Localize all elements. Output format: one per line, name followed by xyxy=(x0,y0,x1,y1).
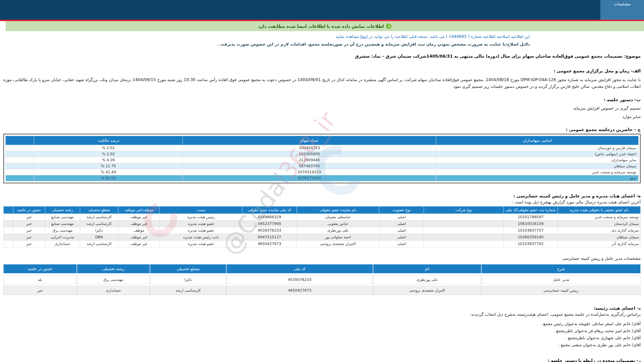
col-field: رشته تحصیلی xyxy=(45,206,80,214)
table-cell xyxy=(4,214,13,221)
table-cell: 4539376233 xyxy=(243,227,297,234)
table-cell: 0047215127 xyxy=(243,234,297,241)
col-national-code: کد ملی xyxy=(226,264,373,274)
agenda-item-1: تصمیم گیری در خصوص افزایش سرمایه xyxy=(3,106,641,111)
col-blank xyxy=(4,206,13,214)
table-cell: خیر xyxy=(13,221,45,227)
table-cell: سیمان سپاهان xyxy=(436,163,639,169)
app-header: مشخصات xyxy=(0,0,644,20)
table-cell: اصلی xyxy=(379,227,424,234)
table-cell: علی پورنظری xyxy=(297,227,379,234)
col-membership-type: نوع عضویت xyxy=(379,206,424,214)
table-cell: اصلی xyxy=(379,234,424,241)
table-cell xyxy=(4,221,13,227)
col-description: شرح xyxy=(481,264,641,274)
decisions-section-title: ر- تصمیمات متخذه در رابطه با دستور جلسه … xyxy=(3,358,641,362)
table-cell: % 11.75 xyxy=(34,163,182,169)
total-pct: % 61.52 xyxy=(34,175,182,181)
table-cell xyxy=(424,241,503,247)
table-cell: 4539376233 xyxy=(226,275,373,284)
table-cell: توسعه سرمایه و صنعت غدیر xyxy=(558,214,641,221)
table-cell: علی پورنظری xyxy=(373,275,481,284)
table-cell xyxy=(424,234,503,241)
previous-version-text-post: مشاهده نمایید xyxy=(335,34,361,39)
table-cell: رییس کمیته حسابرسی xyxy=(481,286,641,295)
table-row: سرمایه گذاری دی10103837757اصلیعلی پورنظر… xyxy=(4,227,641,234)
table-cell xyxy=(6,151,34,157)
amendment-reason: دلایل اصلاح:با عنایت به ضرورت مشخص نمودن… xyxy=(0,42,530,47)
table-row: توسعه سرمایه و صنعت غدیر2074319219% 41.4… xyxy=(6,169,639,175)
table-cell xyxy=(424,214,503,221)
table-cell: دکترا xyxy=(150,275,226,284)
table-cell: کارشناسی ارشد xyxy=(80,221,118,227)
table-cell xyxy=(424,227,503,234)
table-cell: کامران معتمدی بروجنی xyxy=(297,241,379,247)
table-cell: % 4.26 xyxy=(34,157,182,163)
table-cell: رئیس هیئت مدیره xyxy=(160,214,243,221)
table-cell: احمد صلواتی پور xyxy=(297,234,379,241)
table-cell: خیر xyxy=(3,286,77,295)
table-cell: اصلی xyxy=(379,241,424,247)
signature-match-banner: i اطلاعات نمایش داده شده با اطلاعات امضا… xyxy=(6,21,644,31)
table-cell xyxy=(4,241,13,247)
col-ownership-pct: درصد مالکیت xyxy=(34,136,182,145)
table-cell: حسابداری xyxy=(77,286,150,295)
table-cell: خیر xyxy=(13,227,45,234)
total-shares: 3076171618 xyxy=(183,175,436,181)
col-company-type: نوع شرکت xyxy=(424,206,503,214)
table-row: سرمایه گذاری آذر10103837742اصلیکامران مع… xyxy=(4,241,641,247)
table-cell: 2074319219 xyxy=(183,169,436,175)
table-cell: دکترا xyxy=(80,227,118,234)
table-cell: کامران معتمدی بروجنی xyxy=(373,286,481,295)
table-cell: کارشناسی ارشد xyxy=(150,286,226,295)
presidium-member: آقای/ خانم علی پور نظری به‌عنوان منشی مج… xyxy=(3,342,641,348)
section-b-title: ب– دستور جلسه : xyxy=(3,97,641,102)
table-cell: مدیر عامل xyxy=(481,275,641,284)
board-section-subtitle: آخرین اعضای هیئت مدیره درسال مالی مورد گ… xyxy=(3,200,641,204)
notice-subject: موضوع: تصمیمات مجمع عمومی فوق‌العاده صاح… xyxy=(3,54,641,59)
col-registration-code: شمارۀ ثبت عضو حقوقی/کد ملی xyxy=(503,206,557,214)
previous-version-line: این اطلاعیه اصلاحیه اطلاعیه شماره ( 1449… xyxy=(0,34,530,39)
table-cell xyxy=(4,227,13,234)
table-cell: 4569666329 xyxy=(243,214,297,221)
tab-specifications[interactable]: مشخصات xyxy=(600,0,644,20)
table-cell xyxy=(6,169,34,175)
previous-version-link[interactable]: اینجا xyxy=(360,34,368,39)
agenda-item-2: سایر موارد xyxy=(3,114,641,119)
table-cell: حسابداری xyxy=(45,241,80,247)
section-a-title: الف- زمان و محل برگزاری مجمع عمومی : xyxy=(3,68,641,73)
presidium-member: آقای/ خانم علی شهبازی به‌عنوان ناظرمجمع … xyxy=(3,335,641,341)
present-section-title: ج – حاضرین درجلسه مجمع عمومی : xyxy=(3,127,641,132)
table-cell: موظف xyxy=(118,227,159,234)
present-shareholders-table: اسامی سهامداران تعداد سهام درصد مالکیت س… xyxy=(5,136,639,181)
col-shareholder-names: اسامی سهامداران xyxy=(436,136,639,145)
table-cell: خیر xyxy=(13,234,45,241)
table-cell: عضو هیئت مدیره xyxy=(160,227,243,234)
table-cell: خیر xyxy=(13,214,45,221)
total-row: جمع 3076171618 % 61.52 xyxy=(6,175,639,181)
table-header-row: اسامی سهامداران تعداد سهام درصد مالکیت xyxy=(6,136,639,145)
table-row: سیمان سپاهان10260259140اصلیاحمد صلواتی پ… xyxy=(4,234,641,241)
table-cell xyxy=(6,145,34,151)
table-cell: مهندسی برق xyxy=(45,227,80,234)
table-cell: کارشناسی ارشد xyxy=(80,241,118,247)
table-cell: 101000000 xyxy=(183,151,436,157)
table-cell: اعتماد غدیر (سهامی خاص) xyxy=(436,151,639,157)
amendment-notice: این اطلاعیه اصلاحیه اطلاعیه شماره ( 1449… xyxy=(0,34,530,47)
table-cell: مهندسی صنایع xyxy=(45,214,80,221)
table-cell: 10103837742 xyxy=(503,241,557,247)
table-cell: 10101788597 xyxy=(503,214,557,221)
table-cell: 10610016139 xyxy=(503,221,557,227)
table-cell: 10103837757 xyxy=(503,227,557,234)
signature-match-text: اطلاعات نمایش داده شده با اطلاعات امضا ش… xyxy=(258,24,384,29)
table-cell: % 2.01 xyxy=(34,145,182,151)
table-cell: مدیریت اجرایی xyxy=(45,234,80,241)
presidium-section-subtitle: براساس رأی‌گیری به‌عمل‌آمده در جلسة مجمع… xyxy=(3,312,641,317)
table-cell: 212909446 xyxy=(183,157,436,163)
col-employment: موظف/غیر موظف xyxy=(118,206,159,214)
table-cell: عباسعلی معینیان xyxy=(297,214,379,221)
table-cell: عباس یعقوبی xyxy=(297,221,379,227)
table-row: رییس کمیته حسابرسیکامران معتمدی بروجنی46… xyxy=(3,286,641,295)
table-cell: سرمایه گذاری دی xyxy=(558,227,641,234)
table-cell: سیمان سپاهان xyxy=(558,234,641,241)
